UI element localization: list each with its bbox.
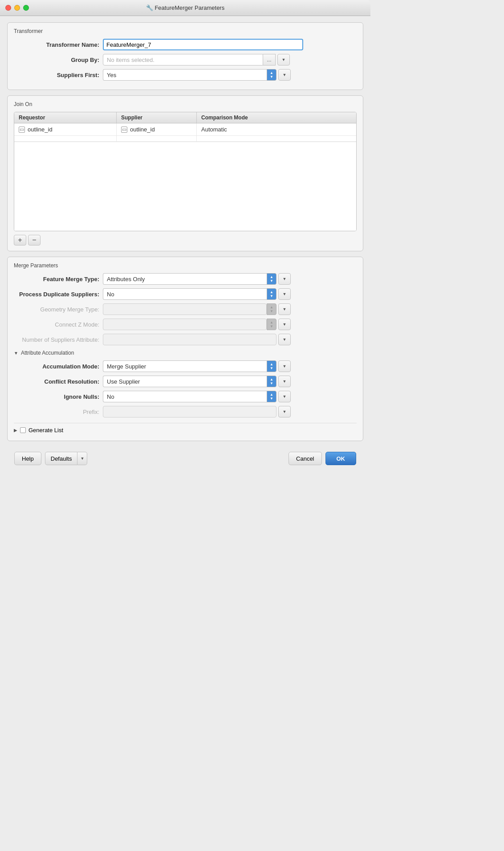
prefix-dropdown[interactable]: ▼	[278, 406, 291, 417]
transformer-section: Transformer Transformer Name: Group By: …	[7, 22, 363, 90]
prefix-row: Prefix: ▼	[14, 406, 357, 417]
process-duplicate-value[interactable]: No	[103, 288, 267, 300]
process-duplicate-select: No ▲ ▼	[103, 288, 276, 300]
join-on-section: Join On Requestor Supplier Comparison Mo…	[7, 95, 363, 251]
maximize-button[interactable]	[23, 5, 29, 11]
feature-merge-type-select: Attributes Only ▲ ▼	[103, 273, 276, 285]
process-duplicate-dropdown[interactable]: ▼	[278, 288, 291, 300]
minimize-button[interactable]	[14, 5, 20, 11]
conflict-resolution-stepper[interactable]: ▲ ▼	[267, 376, 276, 387]
accumulation-mode-label: Accumulation Mode:	[14, 363, 103, 370]
ignore-nulls-row: Ignore Nulls: No ▲ ▼ ▼	[14, 391, 357, 402]
suppliers-first-value[interactable]: Yes	[103, 69, 267, 81]
up-arrow-icon: ▲	[270, 378, 273, 381]
generate-list-checkbox[interactable]	[20, 427, 26, 433]
up-arrow-icon: ▲	[270, 363, 273, 366]
prefix-value	[103, 406, 276, 417]
ignore-nulls-stepper[interactable]: ▲ ▼	[267, 391, 276, 402]
feature-merge-type-label: Feature Merge Type:	[14, 276, 103, 282]
join-table-header: Requestor Supplier Comparison Mode	[14, 112, 356, 123]
empty-comparison-cell	[197, 136, 356, 141]
feature-merge-type-stepper[interactable]: ▲ ▼	[267, 273, 276, 285]
remove-join-button[interactable]: −	[28, 235, 41, 245]
add-join-button[interactable]: +	[14, 235, 26, 245]
conflict-resolution-value[interactable]: Use Supplier	[103, 376, 267, 387]
accumulation-mode-value[interactable]: Merge Supplier	[103, 360, 267, 372]
down-arrow-icon: ▼	[270, 325, 273, 328]
join-table: Requestor Supplier Comparison Mode ▭ out…	[14, 112, 357, 231]
group-by-row: Group By: No items selected. ... ▼	[14, 54, 357, 65]
window-controls	[5, 5, 29, 11]
group-by-area: No items selected. ... ▼	[103, 54, 357, 65]
generate-list-label: Generate List	[28, 427, 63, 434]
help-button[interactable]: Help	[14, 452, 41, 465]
transformer-section-title: Transformer	[14, 28, 357, 34]
down-arrow-icon: ▼	[270, 295, 273, 298]
accumulation-mode-dropdown[interactable]: ▼	[278, 360, 291, 372]
defaults-button[interactable]: Defaults	[45, 452, 78, 465]
geometry-merge-type-value	[103, 303, 267, 315]
connect-z-mode-dropdown[interactable]: ▼	[278, 319, 291, 330]
accumulation-mode-row: Accumulation Mode: Merge Supplier ▲ ▼ ▼	[14, 360, 357, 372]
defaults-button-group: Defaults ▼	[45, 452, 88, 465]
up-arrow-icon: ▲	[270, 275, 273, 279]
defaults-dropdown-button[interactable]: ▼	[77, 452, 87, 465]
suppliers-first-stepper[interactable]: ▲ ▼	[267, 69, 276, 81]
comparison-value: Automatic	[201, 126, 227, 133]
down-arrow-icon: ▼	[270, 75, 273, 79]
num-suppliers-attr-value	[103, 334, 276, 345]
feature-merge-type-value[interactable]: Attributes Only	[103, 273, 267, 285]
transformer-name-label: Transformer Name:	[14, 41, 103, 48]
ignore-nulls-value[interactable]: No	[103, 391, 267, 402]
comparison-cell: Automatic	[197, 123, 356, 135]
cancel-button[interactable]: Cancel	[289, 452, 321, 465]
connect-z-mode-value	[103, 319, 267, 330]
feature-merge-type-dropdown[interactable]: ▼	[278, 273, 291, 285]
chevron-down-icon: ▼	[283, 337, 287, 342]
up-arrow-icon: ▲	[270, 321, 273, 324]
chevron-down-icon: ▼	[283, 277, 287, 281]
conflict-resolution-dropdown[interactable]: ▼	[278, 376, 291, 387]
window-title: 🔧 FeatureMerger Parameters	[146, 4, 224, 11]
group-by-text: No items selected.	[103, 54, 263, 65]
process-duplicate-label: Process Duplicate Suppliers:	[14, 291, 103, 298]
table-row[interactable]: ▭ outline_id ▭ outline_id Automatic	[14, 123, 356, 136]
connect-z-mode-label: Connect Z Mode:	[14, 321, 103, 328]
requestor-value: outline_id	[28, 126, 53, 133]
process-duplicate-stepper[interactable]: ▲ ▼	[267, 288, 276, 300]
transformer-name-input[interactable]	[103, 39, 303, 50]
generate-list-triangle-icon[interactable]: ▶	[14, 428, 17, 433]
merge-parameters-section: Merge Parameters Feature Merge Type: Att…	[7, 257, 363, 441]
num-suppliers-attr-dropdown[interactable]: ▼	[278, 334, 291, 345]
accumulation-mode-stepper[interactable]: ▲ ▼	[267, 360, 276, 372]
supplier-value: outline_id	[130, 126, 155, 133]
process-duplicate-row: Process Duplicate Suppliers: No ▲ ▼ ▼	[14, 288, 357, 300]
group-by-ellipsis-button[interactable]: ...	[263, 54, 276, 65]
bottom-right-buttons: Cancel OK	[289, 452, 356, 465]
bottom-bar: Help Defaults ▼ Cancel OK	[7, 448, 363, 469]
requestor-cell: ▭ outline_id	[14, 123, 117, 135]
close-button[interactable]	[5, 5, 11, 11]
transformer-name-row: Transformer Name:	[14, 39, 357, 50]
connect-z-mode-row: Connect Z Mode: ▲ ▼ ▼	[14, 319, 357, 330]
chevron-down-icon: ▼	[282, 57, 286, 62]
ok-button[interactable]: OK	[325, 452, 357, 465]
up-arrow-icon: ▲	[270, 71, 273, 75]
attribute-accumulation-title: Attribute Accumulation	[21, 350, 74, 356]
geometry-merge-type-dropdown[interactable]: ▼	[278, 303, 291, 315]
attribute-accumulation-header: ▼ Attribute Accumulation	[14, 350, 357, 356]
suppliers-first-dropdown-button[interactable]: ▼	[278, 69, 291, 81]
join-buttons: + −	[14, 235, 357, 245]
down-arrow-icon: ▼	[270, 367, 273, 370]
conflict-resolution-label: Conflict Resolution:	[14, 378, 103, 385]
requestor-column-header: Requestor	[14, 112, 117, 123]
connect-z-mode-stepper: ▲ ▼	[267, 319, 276, 330]
down-arrow-icon: ▼	[270, 310, 273, 313]
table-row-empty[interactable]	[14, 136, 356, 142]
geometry-merge-type-stepper: ▲ ▼	[267, 303, 276, 315]
group-by-dropdown-button[interactable]: ▼	[277, 54, 290, 65]
ignore-nulls-dropdown[interactable]: ▼	[278, 391, 291, 402]
conflict-resolution-select: Use Supplier ▲ ▼	[103, 376, 276, 387]
geometry-merge-type-label: Geometry Merge Type:	[14, 306, 103, 313]
chevron-down-icon: ▼	[283, 73, 287, 77]
